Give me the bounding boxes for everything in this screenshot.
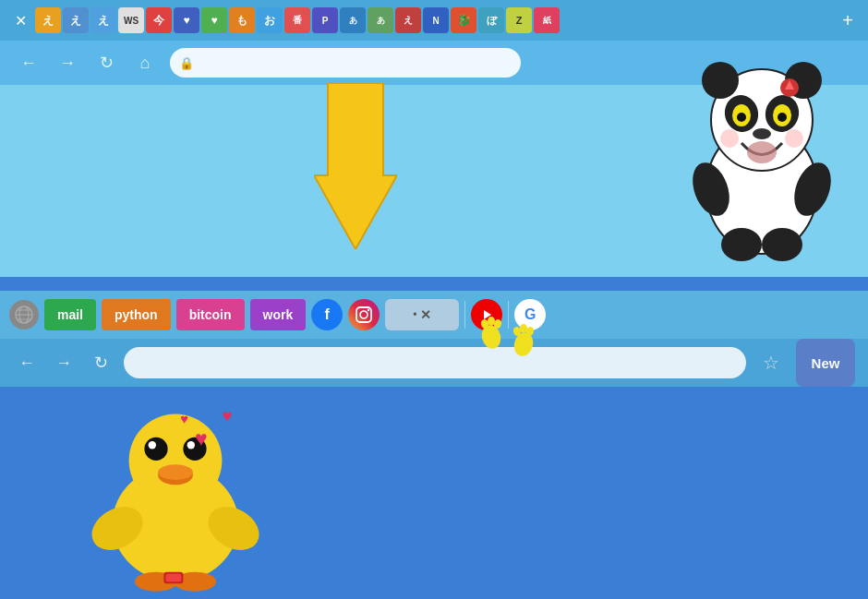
tab-item-10[interactable]: P: [312, 7, 338, 33]
tab-item-9[interactable]: 番: [284, 7, 310, 33]
tab-item-12[interactable]: あ: [368, 7, 393, 33]
svg-point-14: [785, 129, 803, 148]
tab-item-0[interactable]: え: [35, 7, 61, 33]
bottom-bookmarks-bar: mail python bitcoin work f • ✕ G: [0, 291, 868, 339]
bookmark-bitcoin[interactable]: bitcoin: [176, 299, 245, 330]
svg-point-9: [737, 113, 746, 122]
tab-favicons: え え え WS 今 ♥ ♥ も お 番 P あ あ え N 🐉 ぼ Z 紙: [35, 7, 833, 33]
home-button-top[interactable]: ⌂: [131, 49, 159, 77]
back-button-top[interactable]: ←: [15, 49, 42, 77]
tab-item-2[interactable]: え: [90, 7, 116, 33]
panda-character: [669, 42, 854, 263]
svg-point-39: [129, 414, 223, 508]
svg-point-32: [488, 317, 495, 326]
bookmark-python[interactable]: python: [102, 299, 171, 330]
svg-point-26: [360, 311, 368, 318]
svg-point-43: [187, 441, 195, 449]
tab-item-15[interactable]: 🐉: [451, 7, 476, 33]
tab-item-4[interactable]: 今: [146, 7, 172, 33]
tab-close-button[interactable]: ✕: [7, 7, 33, 33]
duck-character: ♥ ♥ ♥: [78, 383, 272, 586]
tab-item-1[interactable]: え: [63, 7, 89, 33]
bottom-address-bar: ← → ↻ ☆ New: [0, 339, 868, 387]
bookmark-mail[interactable]: mail: [44, 299, 96, 330]
tab-item-14[interactable]: N: [423, 7, 449, 33]
tab-item-6[interactable]: ♥: [201, 7, 227, 33]
instagram-icon[interactable]: [348, 299, 380, 330]
bookmark-work[interactable]: work: [250, 299, 307, 330]
down-arrow-container: [314, 83, 397, 253]
bookmark-separator: [464, 301, 465, 329]
address-input-bottom[interactable]: [124, 347, 746, 378]
svg-point-11: [753, 128, 771, 139]
svg-point-13: [720, 129, 739, 148]
tab-item-18[interactable]: 紙: [534, 7, 560, 33]
refresh-button-top[interactable]: ↻: [92, 49, 120, 77]
svg-point-10: [778, 113, 787, 122]
tab-item-13[interactable]: え: [395, 7, 421, 33]
tab-x-icon[interactable]: ✕: [420, 307, 431, 322]
svg-point-36: [520, 324, 527, 333]
tab-item-17[interactable]: Z: [506, 7, 532, 33]
forward-button-top[interactable]: →: [54, 49, 81, 77]
forward-button-bottom[interactable]: →: [50, 349, 78, 377]
address-input-top[interactable]: [170, 48, 521, 78]
svg-marker-0: [314, 83, 397, 249]
tab-item-5[interactable]: ♥: [174, 7, 199, 33]
new-tab-button[interactable]: +: [835, 7, 861, 33]
svg-point-18: [721, 228, 762, 261]
tab-item-3[interactable]: WS: [118, 7, 144, 33]
svg-text:♥: ♥: [195, 426, 208, 450]
lock-icon-top: 🔒: [179, 56, 194, 70]
tab-item-16[interactable]: ぼ: [478, 7, 504, 33]
svg-point-12: [747, 141, 777, 163]
tab-text: •: [413, 308, 416, 321]
svg-point-41: [149, 441, 156, 449]
tab-item-8[interactable]: お: [257, 7, 283, 33]
svg-point-40: [144, 437, 167, 461]
svg-point-27: [368, 309, 369, 311]
footprints: [480, 317, 536, 356]
footprint-right: [512, 324, 536, 356]
star-button[interactable]: ☆: [755, 347, 787, 378]
back-button-bottom[interactable]: ←: [13, 349, 41, 377]
tab-with-close[interactable]: • ✕: [385, 299, 459, 330]
svg-point-45: [158, 464, 193, 480]
facebook-icon[interactable]: f: [311, 299, 343, 330]
panda-svg: [669, 42, 854, 263]
footprint-left: [480, 317, 503, 349]
svg-text:♥: ♥: [222, 406, 232, 425]
tab-item-11[interactable]: あ: [340, 7, 366, 33]
svg-text:♥: ♥: [180, 412, 188, 426]
new-button[interactable]: New: [796, 339, 855, 387]
tab-item-7[interactable]: も: [229, 7, 255, 33]
svg-rect-54: [166, 574, 182, 581]
refresh-button-bottom[interactable]: ↻: [87, 349, 115, 377]
svg-point-3: [702, 62, 739, 99]
down-arrow-icon: [314, 83, 397, 249]
globe-icon: [9, 300, 39, 329]
duck-svg: ♥ ♥ ♥: [78, 383, 272, 596]
svg-point-19: [762, 228, 802, 261]
top-tab-bar: ✕ え え え WS 今 ♥ ♥ も お 番 P あ あ え N 🐉 ぼ Z 紙…: [0, 0, 868, 41]
